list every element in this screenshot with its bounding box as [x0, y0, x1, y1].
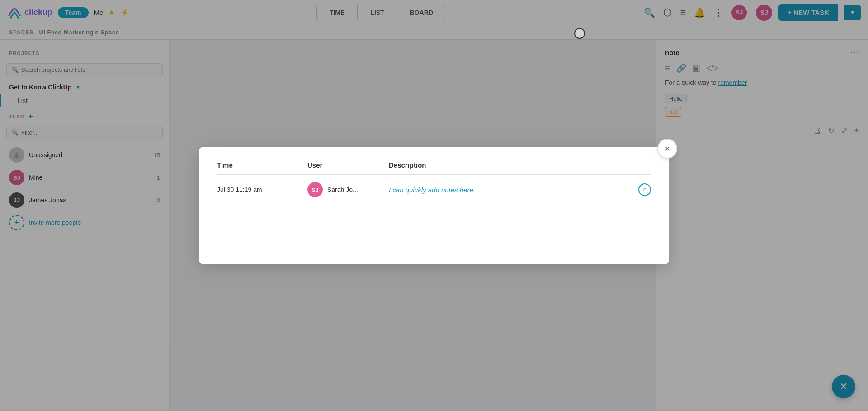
- user-avatar-modal: SJ: [307, 182, 323, 197]
- desc-cell: I can quickly add notes here. ○: [389, 183, 651, 196]
- table-row: Jul 30 11:19 am SJ Sarah Jo... I can qui…: [217, 175, 651, 205]
- row-user: SJ Sarah Jo...: [307, 175, 389, 205]
- col-time: Time: [217, 161, 307, 175]
- row-action-icon[interactable]: ○: [638, 183, 651, 196]
- modal-overlay: × Time User Description Jul 30 11:19 am …: [0, 0, 868, 411]
- row-time: Jul 30 11:19 am: [217, 175, 307, 205]
- user-name: Sarah Jo...: [327, 186, 358, 193]
- modal-table: Time User Description Jul 30 11:19 am SJ…: [217, 161, 651, 205]
- modal: × Time User Description Jul 30 11:19 am …: [199, 147, 669, 264]
- user-cell: SJ Sarah Jo...: [307, 182, 389, 197]
- col-description: Description: [389, 161, 651, 175]
- col-user: User: [307, 161, 389, 175]
- desc-text: I can quickly add notes here.: [389, 186, 475, 194]
- row-description: I can quickly add notes here. ○: [389, 175, 651, 205]
- modal-close-button[interactable]: ×: [657, 139, 677, 159]
